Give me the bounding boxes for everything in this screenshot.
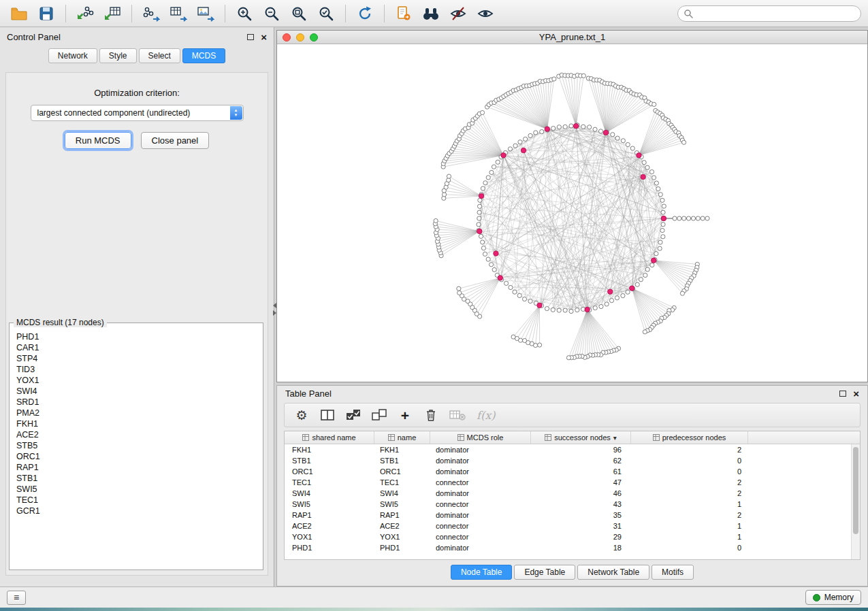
zoom-out-button[interactable] [259,3,284,24]
tab-style[interactable]: Style [99,48,137,63]
network-window-title: YPA_prune.txt_1 [277,32,867,42]
mcds-result-item[interactable]: PMA2 [16,408,263,418]
mcds-result-item[interactable]: SWI5 [16,484,263,495]
export-network-button[interactable] [139,3,163,24]
search-box[interactable] [677,5,861,22]
tab-node-table[interactable]: Node Table [451,565,513,580]
tab-motifs[interactable]: Motifs [652,565,694,580]
zoom-selected-button[interactable] [314,3,338,24]
table-settings-button[interactable]: ⚙ [294,407,309,423]
open-session-button[interactable] [7,3,31,24]
mcds-result-item[interactable]: STB5 [16,440,263,451]
cell-shared-name: SWI5 [285,500,374,508]
show-columns-button[interactable] [320,407,335,423]
mcds-result-item[interactable]: FKH1 [16,418,263,429]
hide-details-button[interactable] [446,3,470,24]
close-panel-icon[interactable]: × [853,389,859,399]
cell-role: dominator [430,467,531,476]
zoom-in-button[interactable] [232,3,257,24]
share-document-button[interactable] [391,3,416,24]
main-toolbar [0,0,868,27]
task-history-button[interactable]: ≡ [7,591,26,605]
mcds-result-item[interactable]: SWI4 [16,386,263,397]
mcds-result-box: MCDS result (17 nodes) PHD1CAR1STP4TID3Y… [9,318,263,570]
run-mcds-button[interactable]: Run MCDS [65,132,131,149]
delete-column-button[interactable] [423,407,438,423]
tab-mcds[interactable]: MCDS [182,48,225,63]
zoom-fit-icon [291,5,307,22]
search-input[interactable] [696,9,855,18]
mcds-result-item[interactable]: RAP1 [16,462,263,473]
function-builder-button[interactable]: f(x) [477,407,495,423]
zoom-fit-button[interactable] [287,3,311,24]
criterion-select[interactable]: largest connected component (undirected)… [31,105,244,121]
delete-table-button[interactable] [449,407,466,423]
zoom-in-icon [236,5,253,22]
tab-network-table[interactable]: Network Table [577,565,649,580]
table-row[interactable]: PHD1PHD1dominator180 [285,542,860,553]
add-column-button[interactable]: + [398,407,413,423]
table-row[interactable]: YOX1YOX1connector291 [285,531,860,542]
tab-edge-table[interactable]: Edge Table [514,565,575,580]
column-header-successor-nodes[interactable]: successor nodes ▾ [531,431,631,444]
mcds-result-item[interactable]: CAR1 [16,342,263,353]
table-row[interactable]: FKH1FKH1dominator962 [285,444,860,455]
cell-successors: 96 [531,446,631,454]
criterion-value: largest connected component (undirected) [37,108,191,118]
show-details-button[interactable] [473,3,498,24]
tab-select[interactable]: Select [139,48,180,63]
close-panel-icon[interactable]: × [261,32,267,42]
export-image-button[interactable] [193,3,218,24]
toolbar-separator [131,5,132,22]
mcds-result-item[interactable]: PHD1 [16,331,263,342]
column-header-mcds-role[interactable]: MCDS role [430,431,531,444]
table-row[interactable]: TEC1TEC1connector472 [285,477,860,488]
find-button[interactable] [419,3,443,24]
mcds-result-item[interactable]: GCR1 [16,506,263,516]
mcds-result-item[interactable]: STP4 [16,353,263,364]
deselect-all-button[interactable] [372,407,387,423]
refresh-button[interactable] [353,3,377,24]
cell-shared-name: ORC1 [285,467,374,476]
float-panel-icon[interactable] [839,391,846,397]
mcds-result-item[interactable]: YOX1 [16,375,263,386]
export-image-icon [197,5,214,22]
table-scrollbar[interactable] [851,444,860,559]
table-row[interactable]: RAP1RAP1dominator352 [285,510,860,521]
tab-network[interactable]: Network [48,48,97,63]
table-row[interactable]: ACE2ACE2connector311 [285,521,860,531]
mcds-result-item[interactable]: ACE2 [16,429,263,440]
mcds-result-item[interactable]: ORC1 [16,451,263,462]
cell-shared-name: RAP1 [285,511,374,519]
mcds-result-item[interactable]: SRD1 [16,397,263,408]
window-maximize-button[interactable] [310,33,318,42]
select-all-button[interactable] [346,407,361,423]
table-row[interactable]: ORC1ORC1dominator610 [285,466,860,477]
table-row[interactable]: SWI5SWI5connector431 [285,499,860,510]
mcds-result-list: PHD1CAR1STP4TID3YOX1SWI4SRD1PMA2FKH1ACE2… [10,327,263,516]
network-canvas[interactable] [277,44,867,382]
column-header-name[interactable]: name [374,431,430,444]
deselect-all-icon [372,409,387,421]
window-minimize-button[interactable] [296,33,304,42]
table-panel-header: Table Panel × [277,386,867,401]
column-header-shared-name[interactable]: shared name [285,431,374,444]
window-close-button[interactable] [283,33,291,42]
mcds-result-title: MCDS result (17 nodes) [14,318,107,327]
table-row[interactable]: SWI4SWI4dominator462 [285,488,860,499]
import-network-button[interactable] [73,3,97,24]
mcds-result-item[interactable]: STB1 [16,473,263,484]
close-panel-button[interactable]: Close panel [141,132,210,149]
scrollbar-thumb[interactable] [853,447,858,534]
column-header-predecessor-nodes[interactable]: predecessor nodes [631,431,748,444]
export-table-button[interactable] [166,3,191,24]
import-table-button[interactable] [100,3,125,24]
table-row[interactable]: STB1STB1dominator620 [285,455,860,466]
memory-button[interactable]: Memory [805,590,861,605]
save-session-button[interactable] [34,3,59,24]
mcds-result-item[interactable]: TEC1 [16,495,263,506]
select-stepper[interactable]: ▲ ▼ [230,106,242,120]
desktop-wallpaper [0,608,868,611]
float-panel-icon[interactable] [247,34,254,40]
mcds-result-item[interactable]: TID3 [16,364,263,375]
